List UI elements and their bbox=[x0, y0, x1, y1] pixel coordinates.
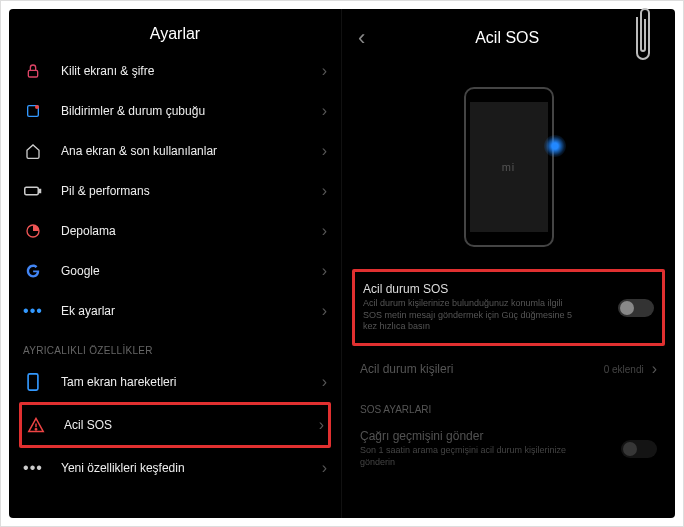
sos-toggle-row: Acil durum SOS Acil durum kişilerinize b… bbox=[352, 269, 665, 346]
svg-rect-4 bbox=[39, 190, 41, 193]
battery-icon bbox=[23, 181, 43, 201]
phone-icon bbox=[23, 372, 43, 392]
sos-description: Acil durum kişilerinize bulunduğunuz kon… bbox=[363, 298, 583, 333]
chevron-right-icon: › bbox=[322, 102, 327, 120]
emergency-contacts-row[interactable]: Acil durum kişileri 0 eklendi › bbox=[352, 348, 665, 390]
svg-rect-3 bbox=[25, 187, 39, 195]
menu-label: Bildirimler & durum çubuğu bbox=[61, 104, 322, 118]
right-title: Acil SOS bbox=[371, 29, 643, 47]
menu-label: Tam ekran hareketleri bbox=[61, 375, 322, 389]
left-title: Ayarlar bbox=[19, 9, 331, 51]
menu-home[interactable]: Ana ekran & son kullanılanlar › bbox=[19, 131, 331, 171]
call-history-row: Çağrı geçmişini gönder Son 1 saatin aram… bbox=[352, 419, 665, 478]
storage-icon bbox=[23, 221, 43, 241]
call-history-toggle[interactable] bbox=[621, 440, 657, 458]
chevron-right-icon: › bbox=[322, 373, 327, 391]
notification-icon bbox=[23, 101, 43, 121]
chevron-right-icon: › bbox=[322, 302, 327, 320]
menu-label: Kilit ekranı & şifre bbox=[61, 64, 322, 78]
sos-toggle[interactable] bbox=[618, 299, 654, 317]
contacts-label: Acil durum kişileri bbox=[360, 362, 604, 376]
settings-panel: Ayarlar Kilit ekranı & şifre › Bildiriml… bbox=[9, 9, 342, 518]
more-icon: ••• bbox=[23, 458, 43, 478]
menu-label: Google bbox=[61, 264, 322, 278]
phone-screen: mi bbox=[470, 102, 548, 232]
svg-rect-0 bbox=[28, 70, 37, 77]
app-frame: Ayarlar Kilit ekranı & şifre › Bildiriml… bbox=[9, 9, 675, 518]
contacts-value: 0 eklendi bbox=[604, 364, 644, 375]
sos-title: Acil durum SOS bbox=[363, 282, 618, 296]
menu-more-settings[interactable]: ••• Ek ayarlar › bbox=[19, 291, 331, 331]
menu-google[interactable]: Google › bbox=[19, 251, 331, 291]
menu-emergency-sos[interactable]: Acil SOS › bbox=[19, 402, 331, 448]
menu-label: Acil SOS bbox=[64, 418, 319, 432]
home-icon bbox=[23, 141, 43, 161]
svg-rect-6 bbox=[28, 374, 38, 390]
chevron-right-icon: › bbox=[322, 262, 327, 280]
chevron-right-icon: › bbox=[652, 360, 657, 378]
menu-label: Ana ekran & son kullanılanlar bbox=[61, 144, 322, 158]
call-history-description: Son 1 saatin arama geçmişini acil durum … bbox=[360, 445, 580, 468]
svg-point-8 bbox=[35, 429, 36, 430]
chevron-right-icon: › bbox=[322, 459, 327, 477]
menu-label: Pil & performans bbox=[61, 184, 322, 198]
right-header: ‹ Acil SOS bbox=[352, 9, 665, 59]
back-button[interactable]: ‹ bbox=[352, 25, 371, 51]
chevron-right-icon: › bbox=[319, 416, 324, 434]
menu-fullscreen-gestures[interactable]: Tam ekran hareketleri › bbox=[19, 362, 331, 402]
phone-preview: mi bbox=[352, 59, 665, 267]
menu-lock-screen[interactable]: Kilit ekranı & şifre › bbox=[19, 51, 331, 91]
menu-label: Ek ayarlar bbox=[61, 304, 322, 318]
power-button-indicator-icon bbox=[544, 135, 566, 157]
phone-frame: mi bbox=[464, 87, 554, 247]
more-icon: ••• bbox=[23, 301, 43, 321]
chevron-right-icon: › bbox=[322, 182, 327, 200]
chevron-right-icon: › bbox=[322, 222, 327, 240]
alert-icon bbox=[26, 415, 46, 435]
chevron-right-icon: › bbox=[322, 62, 327, 80]
sos-panel: ‹ Acil SOS mi Acil durum SOS Acil durum … bbox=[342, 9, 675, 518]
section-header-privileged: AYRICALIKLI ÖZELLİKLER bbox=[19, 331, 331, 362]
chevron-right-icon: › bbox=[322, 142, 327, 160]
menu-battery[interactable]: Pil & performans › bbox=[19, 171, 331, 211]
section-header-sos-settings: SOS AYARLARI bbox=[352, 390, 665, 419]
menu-label: Depolama bbox=[61, 224, 322, 238]
lock-icon bbox=[23, 61, 43, 81]
menu-storage[interactable]: Depolama › bbox=[19, 211, 331, 251]
svg-point-2 bbox=[35, 105, 39, 109]
google-icon bbox=[23, 261, 43, 281]
call-history-title: Çağrı geçmişini gönder bbox=[360, 429, 621, 443]
menu-discover-features[interactable]: ••• Yeni özellikleri keşfedin › bbox=[19, 448, 331, 488]
paper-clip-icon bbox=[631, 3, 655, 73]
menu-notifications[interactable]: Bildirimler & durum çubuğu › bbox=[19, 91, 331, 131]
menu-label: Yeni özellikleri keşfedin bbox=[61, 461, 322, 475]
